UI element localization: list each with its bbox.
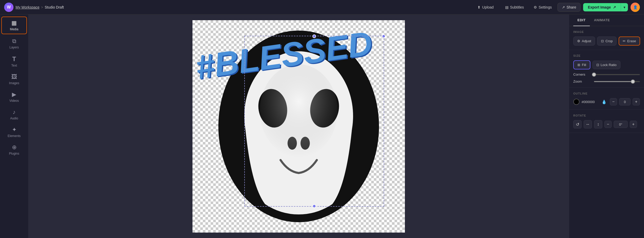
elements-icon: ✦	[12, 126, 17, 133]
rotate-minus-icon: −	[607, 122, 609, 127]
flip-horizontal-icon: ↔	[586, 122, 590, 127]
user-avatar[interactable]: 👤	[631, 3, 640, 12]
breadcrumb-separator: >	[41, 5, 43, 9]
corners-row: Corners	[573, 73, 640, 76]
sidebar-item-audio[interactable]: ♪ Audio	[1, 106, 27, 123]
audio-icon: ♪	[13, 109, 16, 116]
upload-icon: ⬆	[477, 5, 481, 9]
outline-color-label: #000000	[582, 100, 598, 104]
outline-increase-button[interactable]: +	[633, 98, 640, 105]
sidebar-item-images[interactable]: 🖼 Images	[1, 71, 27, 88]
outline-section-label: OUTLINE	[573, 92, 640, 95]
export-label: Export Image	[588, 5, 611, 9]
breadcrumb: My Workspace > Studio Draft	[16, 5, 64, 9]
canvas-wrapper: #BLESSED	[192, 20, 405, 233]
layers-icon: ⧉	[12, 38, 16, 45]
plus-icon: +	[635, 99, 637, 104]
eyedropper-button[interactable]: 💧	[600, 98, 608, 105]
fill-icon: ⊞	[577, 63, 580, 67]
share-button[interactable]: ↗ Share	[557, 3, 581, 12]
sidebar-item-layers[interactable]: ⧉ Layers	[1, 35, 27, 52]
outline-color-swatch[interactable]	[573, 99, 579, 105]
tab-animate[interactable]: ANIMATE	[590, 15, 614, 26]
image-section-label: IMAGE	[573, 30, 640, 33]
share-label: Share	[567, 5, 576, 9]
chevron-down-icon: ▾	[624, 5, 625, 9]
upload-button[interactable]: ⬆ Upload	[475, 4, 496, 11]
rotate-ccw-button[interactable]: ↺	[573, 120, 582, 128]
zoom-label: Zoom	[573, 80, 591, 83]
rotate-increase-button[interactable]: +	[630, 121, 637, 128]
tab-edit[interactable]: EDIT	[573, 15, 590, 26]
sidebar-item-plugins[interactable]: ⊕ Plugins	[1, 141, 27, 158]
image-actions: ⚙ Adjust ⊡ Crop ✏ Erase	[573, 37, 640, 46]
sidebar-item-videos[interactable]: ▶ Videos	[1, 89, 27, 105]
outline-value-input[interactable]	[619, 98, 631, 105]
sidebar-item-label-plugins: Plugins	[9, 152, 19, 155]
sidebar-item-label-layers: Layers	[9, 46, 19, 49]
topbar: W My Workspace > Studio Draft ⬆ Upload ▤…	[0, 0, 644, 15]
outline-row: #000000 💧 − +	[573, 98, 640, 105]
crop-label: Crop	[605, 39, 613, 43]
sidebar-item-label-images: Images	[9, 81, 19, 85]
topbar-right: ⚙ Settings ↗ Share Export Image ↗ ▾ 👤	[531, 3, 640, 12]
lock-ratio-button[interactable]: ⊡ Lock Ratio	[592, 61, 620, 69]
rotate-section-label: ROTATE	[573, 114, 640, 117]
flip-vertical-icon: ↕	[597, 122, 599, 127]
zoom-slider[interactable]	[594, 81, 640, 82]
text-icon: T	[12, 55, 16, 63]
subtitles-icon: ▤	[505, 5, 509, 9]
settings-button[interactable]: ⚙ Settings	[531, 4, 555, 11]
images-icon: 🖼	[11, 74, 17, 80]
erase-label: Erase	[627, 39, 636, 43]
fill-button[interactable]: ⊞ Fill	[573, 60, 590, 69]
flip-horizontal-button[interactable]: ↔	[584, 120, 592, 128]
adjust-button[interactable]: ⚙ Adjust	[573, 37, 595, 46]
sidebar-item-media[interactable]: ▦ Media	[1, 17, 27, 34]
svg-point-6	[260, 64, 338, 157]
subtitles-label: Subtitles	[510, 5, 524, 9]
canvas-area: #BLESSED	[28, 15, 569, 238]
sidebar-item-label-videos: Videos	[9, 99, 19, 103]
export-btn-group: Export Image ↗ ▾	[583, 3, 628, 11]
erase-button[interactable]: ✏ Erase	[619, 37, 640, 46]
crop-button[interactable]: ⊡ Crop	[597, 37, 617, 46]
project-name: Studio Draft	[45, 5, 64, 9]
rotate-plus-icon: +	[632, 122, 634, 127]
image-section: IMAGE ⚙ Adjust ⊡ Crop ✏ Erase	[569, 26, 644, 50]
size-section: SIZE ⊞ Fill ⊡ Lock Ratio Corners	[569, 50, 644, 88]
corners-label: Corners	[573, 73, 591, 76]
user-initials: 👤	[633, 5, 638, 9]
workspace-avatar: W	[4, 3, 13, 12]
export-dropdown-button[interactable]: ▾	[621, 3, 628, 11]
size-row: ⊞ Fill ⊡ Lock Ratio	[573, 60, 640, 69]
export-button[interactable]: Export Image ↗	[583, 3, 621, 11]
sidebar-item-label-elements: Elements	[8, 134, 20, 138]
outline-section: OUTLINE #000000 💧 − +	[569, 88, 644, 110]
lock-ratio-icon: ⊡	[596, 63, 599, 67]
rotate-decrease-button[interactable]: −	[604, 121, 612, 128]
size-section-label: SIZE	[573, 54, 640, 57]
sidebar-item-label-audio: Audio	[10, 117, 18, 120]
eyedropper-icon: 💧	[602, 100, 607, 104]
workspace-link[interactable]: My Workspace	[16, 5, 39, 9]
canvas-content: #BLESSED	[192, 20, 405, 233]
outline-decrease-button[interactable]: −	[610, 98, 617, 105]
lock-ratio-label: Lock Ratio	[601, 63, 617, 67]
zoom-row: Zoom	[573, 80, 640, 83]
right-panel: EDIT ANIMATE IMAGE ⚙ Adjust ⊡ Crop ✏ Era…	[569, 15, 644, 238]
videos-icon: ▶	[12, 91, 16, 98]
adjust-icon: ⚙	[577, 39, 580, 43]
rotate-ccw-icon: ↺	[576, 122, 579, 127]
fill-label: Fill	[582, 63, 586, 67]
topbar-center: ⬆ Upload ▤ Subtitles	[475, 4, 526, 11]
corners-slider[interactable]	[594, 74, 640, 75]
export-icon: ↗	[613, 5, 616, 9]
flip-vertical-button[interactable]: ↕	[594, 120, 602, 128]
sidebar-item-elements[interactable]: ✦ Elements	[1, 124, 27, 140]
subtitles-button[interactable]: ▤ Subtitles	[503, 4, 527, 11]
upload-label: Upload	[482, 5, 493, 9]
crop-icon: ⊡	[601, 39, 604, 43]
sidebar-item-text[interactable]: T Text	[1, 53, 27, 70]
rotate-angle-input[interactable]	[614, 121, 628, 128]
